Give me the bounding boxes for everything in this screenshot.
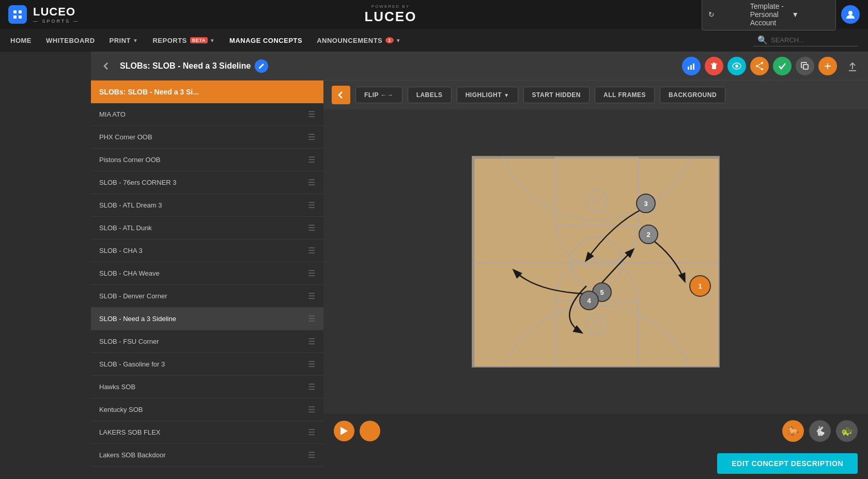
header-bar: SLOBs: SLOB - Need a 3 Sideline <box>91 52 868 81</box>
nav-center: POWERED BY LUCEO <box>364 4 416 25</box>
logo-text: LUCEO <box>33 5 75 19</box>
svg-point-28 <box>594 322 600 328</box>
notifications-badge: 1 <box>385 37 394 43</box>
menu-item-announcements[interactable]: ANNOUNCEMENTS 1 ▼ <box>317 37 401 44</box>
drag-icon: ☰ <box>308 132 315 142</box>
header-actions: + <box>682 57 860 75</box>
list-item[interactable]: MIA ATO ☰ <box>91 103 323 126</box>
account-label: Template - Personal Account <box>750 2 788 27</box>
edit-concept-description-button[interactable]: EDIT CONCEPT DESCRIPTION <box>717 453 858 474</box>
logo-sub: — SPORTS — <box>33 19 80 24</box>
menu-bar: HOME WHITEBOARD PRINT ▼ REPORTS BETA ▼ M… <box>0 29 868 52</box>
svg-text:4: 4 <box>587 297 591 305</box>
playlist: SLOBs: SLOB - Need a 3 Si... MIA ATO ☰ P… <box>91 81 323 479</box>
sidebar <box>0 52 91 479</box>
svg-point-27 <box>586 314 607 335</box>
list-item[interactable]: Lakers SOB Backdoor ☰ <box>91 444 323 467</box>
svg-point-4 <box>848 11 853 15</box>
delete-button[interactable] <box>705 57 723 75</box>
user-avatar[interactable] <box>841 5 860 24</box>
list-item[interactable]: LAKERS SOB FLEX ☰ <box>91 421 323 444</box>
start-hidden-button[interactable]: START HIDDEN <box>523 87 590 103</box>
svg-rect-23 <box>555 158 638 225</box>
timeline-marker[interactable] <box>360 421 380 441</box>
background-button[interactable]: BACKGROUND <box>660 87 725 103</box>
svg-rect-2 <box>13 15 17 19</box>
list-item[interactable]: SLOB - 76ers CORNER 3 ☰ <box>91 171 323 194</box>
drag-icon: ☰ <box>308 246 315 256</box>
list-item[interactable]: Hawks SOB ☰ <box>91 376 323 398</box>
grid-menu-button[interactable] <box>8 5 27 24</box>
edit-title-button[interactable] <box>255 59 268 73</box>
svg-rect-17 <box>803 65 808 69</box>
play-button[interactable] <box>334 421 354 441</box>
upload-button[interactable] <box>845 59 860 73</box>
search-input[interactable] <box>771 36 854 44</box>
refresh-icon: ↻ <box>708 10 746 19</box>
flip-button[interactable]: FLIP ←→ <box>355 87 402 103</box>
check-button[interactable] <box>773 57 792 75</box>
share-button[interactable] <box>750 57 769 75</box>
list-item[interactable]: SLOB - ATL Dream 3 ☰ <box>91 194 323 217</box>
drag-icon: ☰ <box>308 178 315 187</box>
svg-rect-0 <box>13 10 17 13</box>
list-item[interactable]: SLOB - CHA Weave ☰ <box>91 262 323 285</box>
drag-icon: ☰ <box>308 268 315 278</box>
svg-rect-5 <box>688 67 689 70</box>
analytics-button[interactable] <box>682 57 701 75</box>
list-item[interactable]: Kentucky SOB ☰ <box>91 398 323 421</box>
court-container: 3 2 1 5 4 <box>323 109 868 414</box>
list-item[interactable]: PHX Corner OOB ☰ <box>91 126 323 149</box>
back-button[interactable] <box>99 59 114 73</box>
menu-item-home[interactable]: HOME <box>10 37 32 44</box>
all-frames-button[interactable]: ALL FRAMES <box>595 87 655 103</box>
list-item-active[interactable]: SLOB - Need a 3 Sideline ☰ <box>91 308 323 330</box>
list-item[interactable]: SLOB - CHA 3 ☰ <box>91 240 323 262</box>
basketball-court: 3 2 1 5 4 <box>472 156 720 368</box>
menu-item-manage-concepts[interactable]: MANAGE CONCEPTS <box>229 37 302 44</box>
content-panel: SLOBs: SLOB - Need a 3 Sideline <box>91 52 868 479</box>
preview-button[interactable] <box>727 57 746 75</box>
copy-button[interactable] <box>796 57 814 75</box>
playback-controls <box>334 421 396 441</box>
svg-rect-10 <box>713 62 715 63</box>
bottom-controls: 🐎 🐇 🐢 <box>323 414 868 448</box>
svg-rect-1 <box>19 10 22 13</box>
animation-preset-3[interactable]: 🐢 <box>836 420 858 442</box>
list-item[interactable]: SLOB - ATL Dunk ☰ <box>91 217 323 240</box>
nav-right: ↻ Template - Personal Account ▼ <box>702 0 860 30</box>
labels-button[interactable]: LABELS <box>408 87 452 103</box>
list-item[interactable]: SLOB - Denver Corner ☰ <box>91 285 323 308</box>
animation-preset-2[interactable]: 🐇 <box>809 420 831 442</box>
svg-rect-7 <box>693 63 694 70</box>
animal-controls: 🐎 🐇 🐢 <box>782 420 858 442</box>
svg-rect-6 <box>690 65 692 70</box>
svg-text:3: 3 <box>644 200 647 207</box>
menu-item-reports[interactable]: REPORTS BETA ▼ <box>152 37 215 44</box>
drag-icon: ☰ <box>308 291 315 301</box>
beta-badge: BETA <box>190 37 208 43</box>
svg-marker-39 <box>340 427 348 435</box>
court-section: FLIP ←→ LABELS HIGHLIGHT ▼ START HIDDEN … <box>323 81 868 479</box>
list-item[interactable]: SLOB - Gasoline for 3 ☰ <box>91 353 323 376</box>
menu-item-whiteboard[interactable]: WHITEBOARD <box>46 37 95 44</box>
add-button[interactable]: + <box>818 57 837 75</box>
svg-point-13 <box>756 65 758 67</box>
svg-point-11 <box>735 65 738 68</box>
main-content: SLOBs: SLOB - Need a 3 Sideline <box>0 52 868 479</box>
animation-preset-1[interactable]: 🐎 <box>782 420 804 442</box>
list-item[interactable]: SLOB - FSU Corner ☰ <box>91 330 323 353</box>
drag-icon: ☰ <box>308 314 315 324</box>
center-logo-text: LUCEO <box>364 9 416 25</box>
menu-item-print[interactable]: PRINT ▼ <box>110 37 138 44</box>
account-selector[interactable]: ↻ Template - Personal Account ▼ <box>702 0 836 30</box>
top-navbar: LUCEO — SPORTS — POWERED BY LUCEO ↻ Temp… <box>0 0 868 29</box>
list-item[interactable]: Pistons Corner OOB ☰ <box>91 149 323 171</box>
svg-rect-8 <box>712 65 716 69</box>
powered-by-text: POWERED BY <box>371 4 410 9</box>
drag-icon: ☰ <box>308 382 315 392</box>
court-toolbar: FLIP ←→ LABELS HIGHLIGHT ▼ START HIDDEN … <box>323 81 868 109</box>
highlight-button[interactable]: HIGHLIGHT ▼ <box>457 87 518 103</box>
prev-play-button[interactable] <box>332 86 350 104</box>
search-bar[interactable]: 🔍 <box>753 34 858 46</box>
